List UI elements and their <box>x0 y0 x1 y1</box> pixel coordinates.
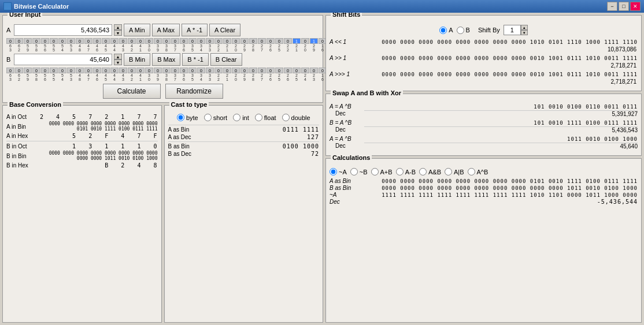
bit-cell[interactable]: 0 <box>171 38 179 44</box>
bit-cell[interactable]: 0 <box>24 68 32 73</box>
bit-cell[interactable]: 0 <box>136 68 145 73</box>
bit-cell[interactable]: 0 <box>258 38 266 44</box>
a-spin-down[interactable]: ▼ <box>114 30 122 36</box>
bit-cell[interactable]: 0 <box>284 38 292 44</box>
shift-a-radio[interactable]: A <box>439 27 453 34</box>
maximize-button[interactable]: □ <box>619 2 629 11</box>
bit-cell[interactable]: 0 <box>24 38 32 44</box>
cast-byte[interactable]: byte <box>177 114 198 121</box>
b-min-button[interactable]: B Min <box>124 53 150 66</box>
bit-cell[interactable]: 0 <box>267 38 275 44</box>
bit-cell[interactable]: 0 <box>293 68 301 73</box>
bit-cell[interactable]: 0 <box>15 38 23 44</box>
shift-by-input[interactable] <box>504 25 521 35</box>
close-button[interactable]: ✕ <box>630 2 641 11</box>
bit-cell[interactable]: 0 <box>206 38 214 44</box>
calc-a-plus-b[interactable]: A+B <box>371 168 393 175</box>
calc-a-xor-b[interactable]: A^B <box>468 168 488 175</box>
bit-cell[interactable]: 0 <box>197 38 205 44</box>
calc-not-b[interactable]: ~B <box>350 168 368 175</box>
cast-double[interactable]: double <box>282 114 310 121</box>
b-inv-button[interactable]: B * -1 <box>182 53 209 66</box>
bit-cell[interactable]: 0 <box>32 68 40 73</box>
bit-cell[interactable]: 0 <box>223 68 231 73</box>
calc-a-and-b[interactable]: A&B <box>419 168 441 175</box>
a-spinner[interactable]: ▲ ▼ <box>114 24 122 36</box>
b-max-button[interactable]: B Max <box>152 53 180 66</box>
calc-a-minus-b[interactable]: A-B <box>396 168 416 175</box>
a-input[interactable] <box>14 24 112 36</box>
a-inv-button[interactable]: A * -1 <box>182 24 208 36</box>
bit-cell[interactable]: 0 <box>154 68 162 73</box>
bit-cell[interactable]: 0 <box>58 68 66 73</box>
bit-cell[interactable]: 0 <box>310 68 318 73</box>
shift-by-down[interactable]: ▼ <box>521 30 528 35</box>
bit-cell[interactable]: 0 <box>301 38 309 44</box>
shift-by-up[interactable]: ▲ <box>521 25 528 30</box>
b-spin-down[interactable]: ▼ <box>114 59 122 65</box>
bit-cell[interactable]: 0 <box>67 68 75 73</box>
bit-cell[interactable]: 0 <box>93 38 101 44</box>
calc-not-a[interactable]: ~A <box>330 168 347 175</box>
bit-cell[interactable]: 0 <box>76 68 84 73</box>
bit-cell[interactable]: 0 <box>110 38 119 44</box>
bit-cell[interactable]: 0 <box>301 68 309 73</box>
bit-cell[interactable]: 0 <box>32 38 40 44</box>
bit-cell[interactable]: 0 <box>119 68 127 73</box>
bit-cell[interactable]: 0 <box>232 68 240 73</box>
calc-a-or-b[interactable]: A|B <box>445 168 464 175</box>
bit-cell[interactable]: 0 <box>223 38 231 44</box>
randomize-button[interactable]: Randomize <box>165 84 223 99</box>
bit-cell[interactable]: 0 <box>284 68 292 73</box>
bit-cell[interactable]: 0 <box>275 38 283 44</box>
cast-short[interactable]: short <box>204 114 227 121</box>
bit-cell[interactable]: 0 <box>6 68 14 73</box>
bit-cell[interactable]: 0 <box>249 68 257 73</box>
b-clear-button[interactable]: B Clear <box>210 53 242 66</box>
bit-cell[interactable]: 0 <box>6 38 14 44</box>
b-spin-up[interactable]: ▲ <box>114 54 122 59</box>
bit-cell[interactable]: 0 <box>197 68 205 73</box>
bit-cell[interactable]: 0 <box>180 68 188 73</box>
bit-cell[interactable]: 0 <box>41 68 49 73</box>
bit-cell[interactable]: 0 <box>136 38 145 44</box>
bit-cell[interactable]: 0 <box>171 68 179 73</box>
b-spinner[interactable]: ▲ ▼ <box>114 54 122 65</box>
bit-cell[interactable]: 0 <box>240 38 249 44</box>
a-spin-up[interactable]: ▲ <box>114 24 122 30</box>
bit-cell[interactable]: 0 <box>50 38 58 44</box>
bit-cell[interactable]: 0 <box>102 38 110 44</box>
bit-cell[interactable]: 0 <box>188 38 197 44</box>
cast-int[interactable]: int <box>233 114 249 121</box>
bit-cell[interactable]: 0 <box>162 38 171 44</box>
cast-float[interactable]: float <box>255 114 276 121</box>
bit-cell[interactable]: 0 <box>50 68 58 73</box>
bit-cell[interactable]: 0 <box>267 68 275 73</box>
bit-cell[interactable]: 0 <box>110 68 119 73</box>
bit-cell[interactable]: 0 <box>128 38 136 44</box>
bit-cell[interactable]: 0 <box>188 68 197 73</box>
bit-cell[interactable]: 0 <box>275 68 283 73</box>
bit-cell[interactable]: 0 <box>214 38 223 44</box>
a-max-button[interactable]: A Max <box>152 24 180 36</box>
bit-cell[interactable]: 0 <box>93 68 101 73</box>
shift-by-spinner[interactable]: ▲ ▼ <box>521 25 528 35</box>
bit-cell[interactable]: 0 <box>180 38 188 44</box>
calculate-button[interactable]: Calculate <box>103 84 161 99</box>
bit-cell[interactable]: 0 <box>232 38 240 44</box>
bit-cell[interactable]: 0 <box>154 38 162 44</box>
bit-cell[interactable]: 1 <box>293 38 301 44</box>
bit-cell[interactable]: 0 <box>58 38 66 44</box>
bit-cell[interactable]: 0 <box>119 38 127 44</box>
bit-cell[interactable]: 1 <box>310 38 318 44</box>
bit-cell[interactable]: 0 <box>206 68 214 73</box>
bit-cell[interactable]: 0 <box>84 38 92 44</box>
bit-cell[interactable]: 0 <box>162 68 171 73</box>
minimize-button[interactable]: − <box>607 2 617 11</box>
bit-cell[interactable]: 0 <box>214 68 223 73</box>
bit-cell[interactable]: 0 <box>249 38 257 44</box>
bit-cell[interactable]: 0 <box>102 68 110 73</box>
bit-cell[interactable]: 0 <box>67 38 75 44</box>
shift-b-radio[interactable]: B <box>457 27 470 34</box>
bit-cell[interactable]: 0 <box>15 68 23 73</box>
